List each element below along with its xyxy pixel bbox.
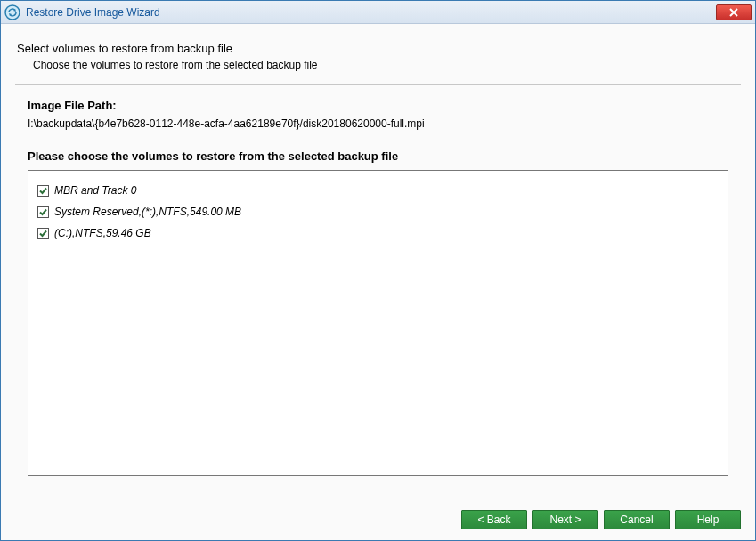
checkbox-icon[interactable] [37,228,49,239]
image-path-value: I:\backupdata\{b4e7b628-0112-448e-acfa-4… [28,117,741,130]
footer: < Back Next > Cancel Help [1,499,755,540]
volume-item[interactable]: System Reserved,(*:),NTFS,549.00 MB [36,201,720,222]
back-button[interactable]: < Back [461,510,527,529]
image-path-label: Image File Path: [28,99,741,112]
page-subtitle: Choose the volumes to restore from the s… [33,59,741,71]
titlebar: Restore Drive Image Wizard [1,1,755,24]
volume-item[interactable]: MBR and Track 0 [36,180,720,201]
volume-label: MBR and Track 0 [54,184,136,197]
divider [15,84,741,85]
next-button[interactable]: Next > [532,510,598,529]
close-button[interactable] [716,4,752,20]
content-area: Select volumes to restore from backup fi… [1,24,755,499]
volume-item[interactable]: (C:),NTFS,59.46 GB [36,222,720,244]
cancel-button[interactable]: Cancel [604,510,670,529]
checkbox-icon[interactable] [37,206,49,218]
svg-point-0 [5,5,20,20]
page-title: Select volumes to restore from backup fi… [17,42,741,55]
close-icon [729,8,738,17]
volumes-prompt: Please choose the volumes to restore fro… [28,149,741,163]
window-title: Restore Drive Image Wizard [26,6,716,19]
volume-label: (C:),NTFS,59.46 GB [54,227,151,239]
volumes-list: MBR and Track 0 System Reserved,(*:),NTF… [28,170,728,476]
help-button[interactable]: Help [675,510,741,529]
volume-label: System Reserved,(*:),NTFS,549.00 MB [54,206,241,218]
app-icon [4,4,20,20]
checkbox-icon[interactable] [37,185,49,197]
